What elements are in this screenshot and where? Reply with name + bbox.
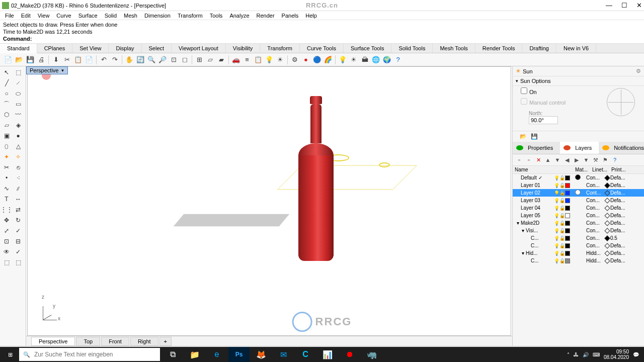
layer-row[interactable]: ▾Hid...💡🔓Hidd...Defa... (513, 249, 644, 257)
vtab-right[interactable]: Right (130, 337, 158, 346)
tab-viewportlayout[interactable]: Viewport Layout (172, 44, 226, 53)
tab-visibility[interactable]: Visibility (226, 44, 261, 53)
edge-icon[interactable]: e (206, 347, 227, 362)
ungroup-icon[interactable]: ⊟ (13, 236, 24, 246)
tray-lang[interactable]: ⌨ (593, 352, 600, 357)
sphere-icon[interactable]: ● (13, 131, 24, 141)
import-icon[interactable]: ⬇ (51, 55, 61, 65)
cone-icon[interactable]: △ (13, 141, 24, 151)
tray-notification-icon[interactable]: 💬 (633, 352, 639, 357)
menu-analyze[interactable]: Analyze (226, 13, 252, 19)
new-layer-icon[interactable]: ▫ (515, 156, 523, 164)
layer-row[interactable]: Layer 05💡🔓Con...Defa... (513, 212, 644, 219)
rotate2-icon[interactable]: ↻ (13, 215, 24, 225)
menu-curve[interactable]: Curve (53, 13, 74, 19)
redo-icon[interactable]: ↷ (110, 55, 120, 65)
tab-surfacetools[interactable]: Surface Tools (344, 44, 391, 53)
ellipse-icon[interactable]: ⬭ (13, 88, 24, 99)
join-icon[interactable]: ✧ (13, 152, 24, 162)
help-icon[interactable]: ? (393, 55, 403, 65)
open-icon[interactable]: 📂 (14, 55, 24, 65)
menu-file[interactable]: File (2, 13, 17, 19)
menu-edit[interactable]: Edit (18, 13, 34, 19)
options-icon[interactable]: ⚙ (290, 55, 300, 65)
tab-display[interactable]: Display (109, 44, 141, 53)
filter-icon[interactable]: ▼ (582, 156, 590, 164)
save-sun-icon[interactable]: 💾 (531, 133, 538, 140)
tab-rendertools[interactable]: Render Tools (475, 44, 523, 53)
firefox-icon[interactable]: 🦊 (251, 347, 272, 362)
layer-row[interactable]: ▾Make2D💡🔓Con...Defa... (513, 219, 644, 227)
layer-row[interactable]: Default✓💡🔓Con...Defa... (513, 174, 644, 182)
texture-icon[interactable]: 🌍 (382, 55, 392, 65)
environment-icon[interactable]: 🌐 (371, 55, 381, 65)
movedown-icon[interactable]: ▼ (553, 156, 561, 164)
delete-layer-icon[interactable]: ✕ (534, 156, 542, 164)
layer-row[interactable]: ▾Visi...💡🔓Con...Defa... (513, 227, 644, 234)
viewport-4-icon[interactable]: ⊞ (194, 55, 204, 65)
taskview-icon[interactable]: ⧉ (162, 347, 183, 362)
line-icon[interactable]: ╱ (1, 78, 12, 88)
tab-layers[interactable]: Layers (560, 142, 599, 154)
rhino-taskbar-icon[interactable]: 🦏 (361, 347, 382, 362)
group-icon[interactable]: ⊡ (1, 236, 12, 246)
tab-standard[interactable]: Standard (0, 44, 37, 53)
vtab-add[interactable]: + (159, 337, 172, 346)
cylinder-icon[interactable]: ⬯ (1, 141, 12, 151)
points-icon[interactable]: ⁖ (13, 173, 24, 183)
surface-icon[interactable]: ▱ (1, 120, 12, 130)
viewport-tab[interactable]: Perspective▼ (26, 66, 68, 74)
search-input[interactable] (34, 351, 156, 358)
trim-icon[interactable]: ✂ (1, 162, 12, 172)
polygon-icon[interactable]: ⬡ (1, 110, 12, 120)
sun-icon[interactable]: ☀ (349, 55, 359, 65)
menu-render[interactable]: Render (254, 13, 278, 19)
layer-row[interactable]: Layer 02💡🔓Cont...Defa... (513, 189, 644, 197)
tab-newinv6[interactable]: New in V6 (556, 44, 596, 53)
tab-select[interactable]: Select (142, 44, 172, 53)
tween-icon[interactable]: ∿ (1, 184, 12, 194)
move-icon[interactable]: ✥ (1, 215, 12, 225)
tab-transform[interactable]: Transform (260, 44, 300, 53)
mirror-icon[interactable]: ⇄ (13, 205, 24, 215)
render-icon[interactable]: ● (301, 55, 311, 65)
check-icon[interactable]: ✓ (13, 247, 24, 257)
menu-help[interactable]: Help (302, 13, 320, 19)
menu-mesh[interactable]: Mesh (121, 13, 140, 19)
tray-up-icon[interactable]: ˄ (567, 352, 570, 357)
mail-icon[interactable]: ✉ (273, 347, 294, 362)
menu-solid[interactable]: Solid (102, 13, 120, 19)
north-input[interactable] (529, 116, 558, 124)
menu-surface[interactable]: Surface (75, 13, 101, 19)
menu-tools[interactable]: Tools (207, 13, 226, 19)
hide-icon[interactable]: 💡 (264, 55, 274, 65)
layer-row[interactable]: Layer 03💡🔓Con...Defa... (513, 197, 644, 204)
close-button[interactable]: ✕ (636, 2, 642, 9)
moveup-icon[interactable]: ▲ (544, 156, 552, 164)
save-icon[interactable]: 💾 (25, 55, 35, 65)
zoom-selected-icon[interactable]: ◻ (180, 55, 190, 65)
photoshop-icon[interactable]: Ps (228, 347, 250, 362)
tab-setview[interactable]: Set View (72, 44, 109, 53)
new-sublayer-icon[interactable]: ▫ (525, 156, 533, 164)
menu-dimension[interactable]: Dimension (141, 13, 174, 19)
zoom-window-icon[interactable]: ⊡ (169, 55, 179, 65)
tab-cplanes[interactable]: CPlanes (37, 44, 73, 53)
offset-icon[interactable]: ⫽ (13, 184, 24, 194)
loft-icon[interactable]: ◈ (13, 120, 24, 130)
next-icon[interactable]: ▶ (573, 156, 581, 164)
pointer-icon[interactable]: ↖ (1, 67, 12, 77)
compass-icon[interactable] (607, 88, 635, 116)
menu-view[interactable]: View (35, 13, 53, 19)
polyline-icon[interactable]: ⟋ (13, 78, 24, 88)
layer-row[interactable]: Layer 01💡🔓Con...Defa... (513, 182, 644, 189)
arc-icon[interactable]: ⌒ (1, 99, 12, 109)
tray-network-icon[interactable]: 🖧 (574, 352, 579, 357)
print-icon[interactable]: 🖨 (36, 55, 46, 65)
tab-curvetools[interactable]: Curve Tools (300, 44, 344, 53)
maximize-button[interactable]: ☐ (621, 2, 627, 9)
ground-icon[interactable]: 🏔 (360, 55, 370, 65)
viewport-canvas[interactable]: z x y (27, 66, 511, 336)
new-icon[interactable]: 📄 (3, 55, 13, 65)
explorer-icon[interactable]: 📁 (184, 347, 205, 362)
